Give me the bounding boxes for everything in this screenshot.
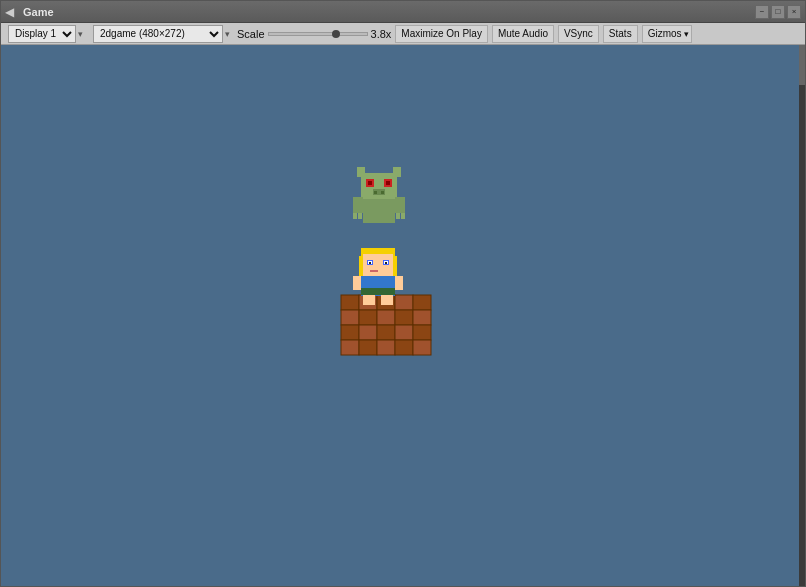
svg-rect-14 [413, 325, 431, 340]
svg-rect-47 [374, 191, 377, 194]
size-arrow: ▾ [225, 29, 230, 39]
svg-rect-5 [341, 310, 359, 325]
svg-rect-31 [370, 270, 378, 272]
svg-rect-13 [395, 325, 413, 340]
svg-rect-17 [377, 340, 395, 355]
svg-rect-45 [386, 181, 390, 185]
game-icon: ◀ [5, 5, 19, 19]
svg-rect-7 [377, 310, 395, 325]
game-viewport [1, 45, 805, 586]
svg-rect-40 [357, 167, 365, 177]
svg-rect-4 [413, 295, 431, 310]
svg-rect-18 [395, 340, 413, 355]
svg-rect-29 [369, 262, 371, 264]
maximize-on-play-button[interactable]: Maximize On Play [395, 25, 488, 43]
svg-rect-9 [413, 310, 431, 325]
svg-rect-44 [368, 181, 372, 185]
minimize-button[interactable]: − [755, 5, 769, 19]
svg-rect-11 [359, 325, 377, 340]
title-bar: ◀ Game − □ × [1, 1, 805, 23]
svg-rect-16 [359, 340, 377, 355]
window-controls: − □ × [755, 5, 801, 19]
svg-rect-38 [363, 195, 395, 223]
svg-rect-53 [396, 213, 400, 219]
game-toolbar: Display 1 ▾ 2dgame (480×272) ▾ Scale 3.8… [1, 23, 805, 45]
scrollbar[interactable] [799, 45, 805, 586]
svg-rect-34 [353, 276, 361, 290]
scale-control: Scale 3.8x [237, 28, 391, 40]
svg-rect-36 [363, 295, 375, 305]
svg-rect-0 [341, 295, 359, 310]
svg-rect-48 [381, 191, 384, 194]
scale-label: Scale [237, 28, 265, 40]
svg-rect-37 [381, 295, 393, 305]
svg-rect-10 [341, 325, 359, 340]
game-window: ◀ Game − □ × Display 1 ▾ 2dgame (480×272… [0, 0, 806, 587]
svg-rect-35 [395, 276, 403, 290]
svg-rect-30 [385, 262, 387, 264]
svg-rect-50 [395, 197, 405, 213]
display-selector[interactable]: Display 1 ▾ [5, 24, 86, 44]
svg-rect-41 [393, 167, 401, 177]
game-size-selector[interactable]: 2dgame (480×272) ▾ [90, 24, 233, 44]
vsync-button[interactable]: VSync [558, 25, 599, 43]
game-size-select[interactable]: 2dgame (480×272) [93, 25, 223, 43]
mute-audio-button[interactable]: Mute Audio [492, 25, 554, 43]
display-arrow: ▾ [78, 29, 83, 39]
svg-rect-33 [361, 288, 395, 295]
maximize-button[interactable]: □ [771, 5, 785, 19]
svg-rect-8 [395, 310, 413, 325]
scale-value: 3.8x [371, 28, 392, 40]
scale-slider[interactable] [268, 32, 368, 36]
gizmos-button[interactable]: Gizmos ▾ [642, 25, 692, 43]
game-scene [331, 105, 451, 365]
scrollbar-thumb[interactable] [799, 45, 805, 85]
display-select[interactable]: Display 1 [8, 25, 76, 43]
gizmos-arrow: ▾ [684, 29, 689, 39]
svg-rect-19 [413, 340, 431, 355]
svg-rect-6 [359, 310, 377, 325]
svg-rect-12 [377, 325, 395, 340]
close-button[interactable]: × [787, 5, 801, 19]
svg-rect-51 [353, 213, 357, 219]
window-title: Game [23, 6, 755, 18]
svg-rect-52 [358, 213, 362, 219]
svg-rect-49 [353, 197, 363, 213]
svg-rect-3 [395, 295, 413, 310]
svg-rect-15 [341, 340, 359, 355]
svg-rect-54 [401, 213, 405, 219]
stats-button[interactable]: Stats [603, 25, 638, 43]
